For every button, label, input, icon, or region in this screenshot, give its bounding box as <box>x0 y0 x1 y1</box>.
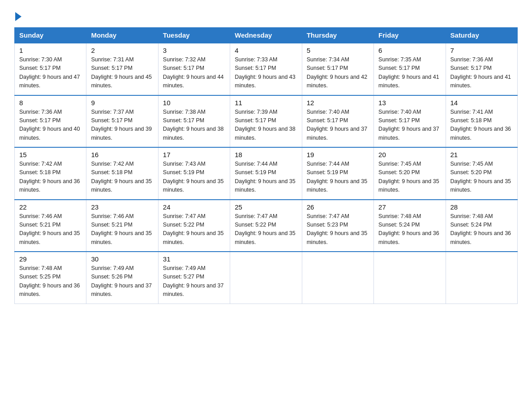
day-info: Sunrise: 7:38 AMSunset: 5:17 PMDaylight:… <box>163 109 224 141</box>
day-info: Sunrise: 7:40 AMSunset: 5:17 PMDaylight:… <box>378 109 439 141</box>
day-info: Sunrise: 7:48 AMSunset: 5:24 PMDaylight:… <box>378 213 439 245</box>
day-info: Sunrise: 7:45 AMSunset: 5:20 PMDaylight:… <box>378 161 439 193</box>
day-info: Sunrise: 7:30 AMSunset: 5:17 PMDaylight:… <box>19 56 80 89</box>
day-number: 9 <box>91 99 153 107</box>
day-info: Sunrise: 7:44 AMSunset: 5:19 PMDaylight:… <box>307 161 368 193</box>
day-info: Sunrise: 7:49 AMSunset: 5:27 PMDaylight:… <box>163 265 224 297</box>
calendar-cell: 20 Sunrise: 7:45 AMSunset: 5:20 PMDaylig… <box>374 147 446 200</box>
day-number: 7 <box>450 47 513 54</box>
calendar-cell: 13 Sunrise: 7:40 AMSunset: 5:17 PMDaylig… <box>374 95 446 148</box>
calendar-cell: 29 Sunrise: 7:48 AMSunset: 5:25 PMDaylig… <box>15 252 86 304</box>
day-number: 8 <box>19 99 82 107</box>
day-info: Sunrise: 7:34 AMSunset: 5:17 PMDaylight:… <box>307 56 368 89</box>
day-number: 20 <box>378 151 441 158</box>
calendar-cell: 11 Sunrise: 7:39 AMSunset: 5:17 PMDaylig… <box>230 95 302 148</box>
day-number: 3 <box>163 47 225 54</box>
col-header-wednesday: Wednesday <box>230 28 302 43</box>
calendar-cell <box>230 252 302 304</box>
col-header-friday: Friday <box>374 28 446 43</box>
day-number: 4 <box>235 47 297 54</box>
calendar-cell: 21 Sunrise: 7:45 AMSunset: 5:20 PMDaylig… <box>446 147 517 200</box>
col-header-monday: Monday <box>86 28 158 43</box>
calendar-week-row: 29 Sunrise: 7:48 AMSunset: 5:25 PMDaylig… <box>15 252 518 304</box>
col-header-saturday: Saturday <box>446 28 517 43</box>
calendar-cell: 30 Sunrise: 7:49 AMSunset: 5:26 PMDaylig… <box>86 252 158 304</box>
day-info: Sunrise: 7:47 AMSunset: 5:23 PMDaylight:… <box>307 213 368 245</box>
calendar-cell: 12 Sunrise: 7:40 AMSunset: 5:17 PMDaylig… <box>302 95 373 148</box>
day-info: Sunrise: 7:31 AMSunset: 5:17 PMDaylight:… <box>91 56 152 89</box>
calendar-cell: 18 Sunrise: 7:44 AMSunset: 5:19 PMDaylig… <box>230 147 302 200</box>
day-info: Sunrise: 7:47 AMSunset: 5:22 PMDaylight:… <box>235 213 296 245</box>
day-number: 22 <box>19 203 82 211</box>
calendar-cell: 5 Sunrise: 7:34 AMSunset: 5:17 PMDayligh… <box>302 43 373 95</box>
col-header-thursday: Thursday <box>302 28 373 43</box>
col-header-tuesday: Tuesday <box>158 28 230 43</box>
day-number: 31 <box>163 255 225 263</box>
calendar-cell: 31 Sunrise: 7:49 AMSunset: 5:27 PMDaylig… <box>158 252 230 304</box>
day-info: Sunrise: 7:48 AMSunset: 5:25 PMDaylight:… <box>19 265 80 297</box>
calendar-cell: 22 Sunrise: 7:46 AMSunset: 5:21 PMDaylig… <box>15 200 86 252</box>
day-number: 5 <box>307 47 369 54</box>
calendar-week-row: 8 Sunrise: 7:36 AMSunset: 5:17 PMDayligh… <box>15 95 518 148</box>
calendar-cell: 3 Sunrise: 7:32 AMSunset: 5:17 PMDayligh… <box>158 43 230 95</box>
day-number: 2 <box>91 47 153 54</box>
calendar-cell: 27 Sunrise: 7:48 AMSunset: 5:24 PMDaylig… <box>374 200 446 252</box>
day-info: Sunrise: 7:46 AMSunset: 5:21 PMDaylight:… <box>19 213 80 245</box>
calendar-week-row: 1 Sunrise: 7:30 AMSunset: 5:17 PMDayligh… <box>15 43 518 95</box>
day-number: 27 <box>378 203 441 211</box>
calendar-cell <box>446 252 517 304</box>
day-info: Sunrise: 7:42 AMSunset: 5:18 PMDaylight:… <box>19 161 80 193</box>
calendar-header-row: SundayMondayTuesdayWednesdayThursdayFrid… <box>15 28 518 43</box>
calendar-cell <box>302 252 373 304</box>
page-header <box>14 11 518 19</box>
day-number: 19 <box>307 151 369 158</box>
calendar-cell <box>374 252 446 304</box>
day-number: 23 <box>91 203 153 211</box>
day-info: Sunrise: 7:36 AMSunset: 5:17 PMDaylight:… <box>19 109 80 141</box>
calendar-cell: 9 Sunrise: 7:37 AMSunset: 5:17 PMDayligh… <box>86 95 158 148</box>
day-info: Sunrise: 7:35 AMSunset: 5:17 PMDaylight:… <box>378 56 439 89</box>
calendar-cell: 28 Sunrise: 7:48 AMSunset: 5:24 PMDaylig… <box>446 200 517 252</box>
day-number: 18 <box>235 151 297 158</box>
day-number: 17 <box>163 151 225 158</box>
calendar-cell: 4 Sunrise: 7:33 AMSunset: 5:17 PMDayligh… <box>230 43 302 95</box>
calendar-cell: 1 Sunrise: 7:30 AMSunset: 5:17 PMDayligh… <box>15 43 86 95</box>
day-info: Sunrise: 7:37 AMSunset: 5:17 PMDaylight:… <box>91 109 152 141</box>
day-info: Sunrise: 7:43 AMSunset: 5:19 PMDaylight:… <box>163 161 224 193</box>
day-info: Sunrise: 7:39 AMSunset: 5:17 PMDaylight:… <box>235 109 296 141</box>
calendar-cell: 7 Sunrise: 7:36 AMSunset: 5:17 PMDayligh… <box>446 43 517 95</box>
day-number: 26 <box>307 203 369 211</box>
day-info: Sunrise: 7:48 AMSunset: 5:24 PMDaylight:… <box>450 213 511 245</box>
day-info: Sunrise: 7:41 AMSunset: 5:18 PMDaylight:… <box>450 109 511 141</box>
calendar-cell: 8 Sunrise: 7:36 AMSunset: 5:17 PMDayligh… <box>15 95 86 148</box>
day-number: 14 <box>450 99 513 107</box>
calendar-cell: 10 Sunrise: 7:38 AMSunset: 5:17 PMDaylig… <box>158 95 230 148</box>
day-info: Sunrise: 7:46 AMSunset: 5:21 PMDaylight:… <box>91 213 152 245</box>
calendar-cell: 25 Sunrise: 7:47 AMSunset: 5:22 PMDaylig… <box>230 200 302 252</box>
day-info: Sunrise: 7:44 AMSunset: 5:19 PMDaylight:… <box>235 161 296 193</box>
calendar-week-row: 22 Sunrise: 7:46 AMSunset: 5:21 PMDaylig… <box>15 200 518 252</box>
calendar-cell: 15 Sunrise: 7:42 AMSunset: 5:18 PMDaylig… <box>15 147 86 200</box>
day-number: 25 <box>235 203 297 211</box>
day-number: 15 <box>19 151 82 158</box>
day-info: Sunrise: 7:36 AMSunset: 5:17 PMDaylight:… <box>450 56 511 89</box>
calendar-cell: 24 Sunrise: 7:47 AMSunset: 5:22 PMDaylig… <box>158 200 230 252</box>
day-info: Sunrise: 7:47 AMSunset: 5:22 PMDaylight:… <box>163 213 224 245</box>
day-info: Sunrise: 7:40 AMSunset: 5:17 PMDaylight:… <box>307 109 368 141</box>
day-number: 13 <box>378 99 441 107</box>
calendar-cell: 17 Sunrise: 7:43 AMSunset: 5:19 PMDaylig… <box>158 147 230 200</box>
day-number: 21 <box>450 151 513 158</box>
day-number: 12 <box>307 99 369 107</box>
calendar-cell: 2 Sunrise: 7:31 AMSunset: 5:17 PMDayligh… <box>86 43 158 95</box>
calendar-cell: 26 Sunrise: 7:47 AMSunset: 5:23 PMDaylig… <box>302 200 373 252</box>
calendar-cell: 16 Sunrise: 7:42 AMSunset: 5:18 PMDaylig… <box>86 147 158 200</box>
day-info: Sunrise: 7:45 AMSunset: 5:20 PMDaylight:… <box>450 161 511 193</box>
day-info: Sunrise: 7:32 AMSunset: 5:17 PMDaylight:… <box>163 56 224 89</box>
logo-arrow-icon <box>15 12 21 21</box>
day-info: Sunrise: 7:33 AMSunset: 5:17 PMDaylight:… <box>235 56 296 89</box>
calendar-table: SundayMondayTuesdayWednesdayThursdayFrid… <box>14 27 518 304</box>
calendar-cell: 23 Sunrise: 7:46 AMSunset: 5:21 PMDaylig… <box>86 200 158 252</box>
calendar-cell: 19 Sunrise: 7:44 AMSunset: 5:19 PMDaylig… <box>302 147 373 200</box>
day-number: 29 <box>19 255 82 263</box>
day-number: 28 <box>450 203 513 211</box>
